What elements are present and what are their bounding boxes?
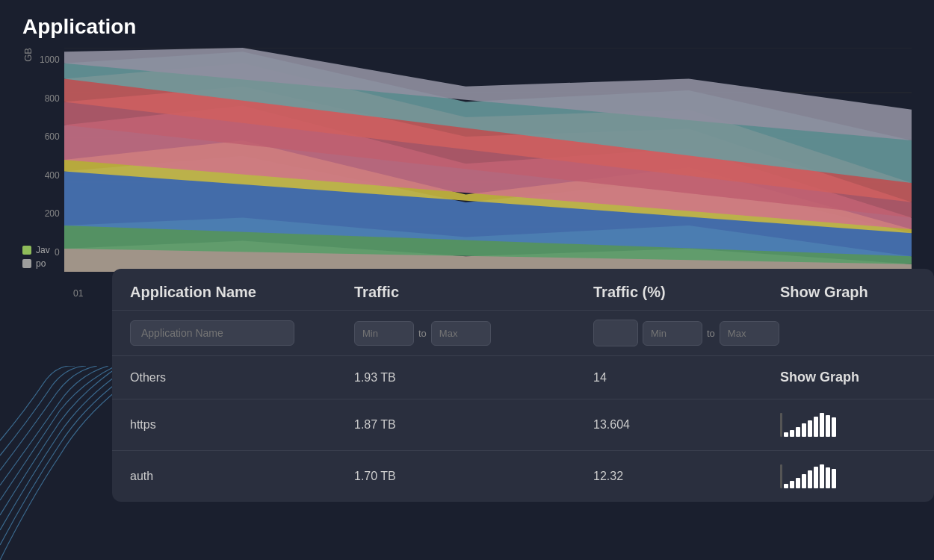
cell-app-name: Others bbox=[130, 371, 354, 385]
traffic-pct-range-sep: to bbox=[707, 328, 715, 339]
cell-traffic: 1.70 TB bbox=[354, 470, 593, 483]
col-header-show-graph: Show Graph bbox=[780, 284, 934, 301]
chart-legend: Jav po bbox=[22, 245, 50, 269]
table-header-row: Application Name Traffic Traffic (%) Sho… bbox=[112, 269, 934, 311]
mini-bar-chart-https bbox=[780, 413, 934, 437]
mini-bar bbox=[814, 467, 818, 488]
page-title: Application bbox=[22, 15, 912, 39]
show-graph-button[interactable]: Show Graph bbox=[780, 370, 859, 385]
mini-bar bbox=[832, 417, 836, 437]
mini-bar bbox=[784, 432, 788, 437]
mini-bar bbox=[790, 430, 794, 437]
mini-bar bbox=[784, 484, 788, 488]
col-header-traffic: Traffic bbox=[354, 284, 593, 301]
traffic-min-input[interactable] bbox=[354, 321, 414, 346]
traffic-filter-cell: to bbox=[354, 321, 593, 346]
mini-chart-divider bbox=[780, 464, 782, 488]
mini-bar bbox=[820, 413, 824, 437]
legend-item: Jav bbox=[22, 245, 50, 255]
cell-app-name: auth bbox=[130, 470, 354, 483]
cell-traffic-pct: 12.32 bbox=[593, 470, 780, 483]
cell-mini-chart bbox=[780, 413, 934, 437]
traffic-pct-max-input[interactable] bbox=[720, 321, 779, 346]
filter-row: to to bbox=[112, 311, 934, 356]
traffic-pct-filter-cell: to bbox=[593, 320, 780, 346]
cell-traffic: 1.93 TB bbox=[354, 371, 593, 385]
cell-app-name: https bbox=[130, 418, 354, 432]
table-row: auth 1.70 TB 12.32 bbox=[112, 451, 934, 502]
traffic-pct-min-input[interactable] bbox=[643, 321, 702, 346]
legend-item: po bbox=[22, 258, 50, 269]
area-chart bbox=[64, 48, 912, 272]
mini-bar bbox=[832, 469, 836, 488]
traffic-pct-range-box bbox=[593, 320, 638, 346]
table-row: Others 1.93 TB 14 Show Graph bbox=[112, 356, 934, 399]
mini-bar bbox=[796, 478, 800, 488]
cell-traffic-pct: 13.604 bbox=[593, 418, 780, 432]
chart-section: Application GB 1000 800 600 400 200 0 bbox=[0, 0, 934, 291]
col-header-traffic-pct: Traffic (%) bbox=[593, 284, 780, 301]
legend-label-jav: Jav bbox=[36, 245, 50, 255]
app-name-filter-cell bbox=[130, 320, 354, 346]
cell-mini-chart bbox=[780, 464, 934, 488]
traffic-max-input[interactable] bbox=[431, 321, 491, 346]
cell-show-graph: Show Graph bbox=[780, 370, 934, 385]
mini-bar bbox=[796, 427, 800, 437]
mini-bar bbox=[808, 470, 812, 488]
y-axis-ticks: 1000 800 600 400 200 0 bbox=[40, 48, 60, 257]
legend-color-po bbox=[22, 259, 31, 268]
data-table: Application Name Traffic Traffic (%) Sho… bbox=[112, 269, 934, 502]
col-header-app-name: Application Name bbox=[130, 284, 354, 301]
table-row: https 1.87 TB 13.604 bbox=[112, 399, 934, 451]
mini-bar bbox=[826, 415, 830, 437]
mini-bar-chart-auth bbox=[780, 464, 934, 488]
mini-bar bbox=[802, 474, 806, 488]
mini-bar bbox=[790, 481, 794, 488]
mini-bar bbox=[820, 464, 824, 488]
cell-traffic-pct: 14 bbox=[593, 371, 780, 385]
mini-bar bbox=[802, 423, 806, 437]
legend-label-po: po bbox=[36, 258, 46, 269]
mini-bar bbox=[814, 417, 818, 437]
mini-bar bbox=[808, 420, 812, 437]
app-name-filter-input[interactable] bbox=[130, 320, 294, 346]
traffic-range-sep: to bbox=[418, 328, 427, 339]
y-axis-label: GB bbox=[22, 48, 34, 77]
legend-color-jav bbox=[22, 246, 31, 255]
mini-chart-divider bbox=[780, 413, 782, 437]
mini-bar bbox=[826, 467, 830, 488]
deco-lines-bottom-left bbox=[0, 366, 120, 560]
cell-traffic: 1.87 TB bbox=[354, 418, 593, 432]
